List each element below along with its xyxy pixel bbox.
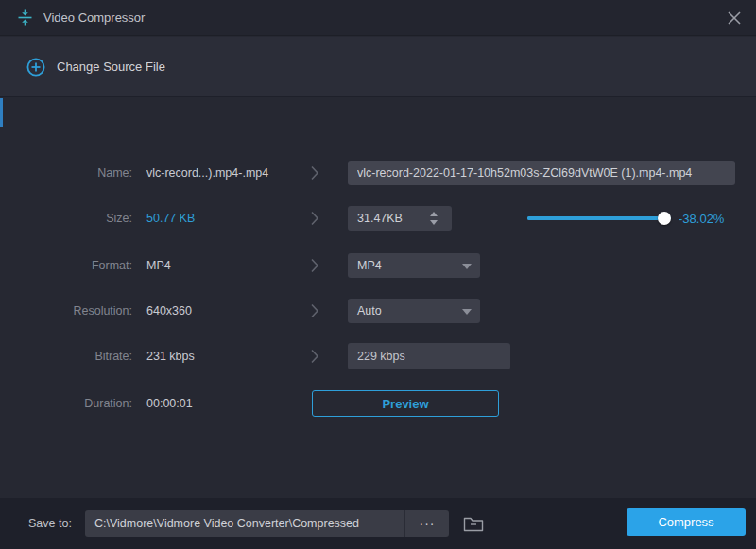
open-folder-button[interactable]: [459, 511, 488, 536]
compress-icon: [17, 9, 33, 26]
size-stepper[interactable]: [423, 206, 444, 231]
size-row: Size: 50.77 KB -38.02%: [0, 197, 756, 240]
bitrate-output-field[interactable]: [348, 343, 510, 369]
format-dropdown[interactable]: MP4: [348, 253, 480, 278]
bitrate-row: Bitrate: 231 kbps: [0, 335, 756, 378]
window-title: Video Compressor: [43, 10, 145, 25]
save-to-label: Save to:: [28, 517, 72, 530]
format-row: Format: MP4 MP4: [0, 244, 756, 287]
chevron-right-icon: [310, 303, 319, 318]
bitrate-label: Bitrate:: [0, 350, 132, 363]
resolution-value: 640x360: [146, 304, 192, 317]
name-value: vlc-record...).mp4-.mp4: [146, 166, 268, 180]
chevron-right-icon: [310, 258, 319, 273]
format-label: Format:: [0, 259, 132, 272]
size-slider[interactable]: [527, 212, 671, 225]
format-dropdown-value: MP4: [357, 259, 382, 272]
title-bar: Video Compressor: [0, 0, 756, 36]
caret-down-icon: [462, 309, 472, 315]
caret-down-icon: [462, 264, 472, 269]
stepper-down-icon[interactable]: [430, 220, 438, 225]
name-row: Name: vlc-record...).mp4-.mp4: [0, 151, 756, 195]
chevron-right-icon: [310, 165, 319, 180]
slider-thumb[interactable]: [658, 212, 671, 225]
name-label: Name:: [0, 166, 132, 180]
preview-button[interactable]: Preview: [312, 390, 499, 417]
slider-fill: [527, 216, 664, 220]
bitrate-value: 231 kbps: [146, 350, 195, 363]
size-value: 50.77 KB: [146, 212, 195, 225]
size-reduction-percent: -38.02%: [679, 212, 724, 226]
video-compressor-dialog: Video Compressor Change Source File Name…: [0, 0, 756, 549]
left-edge-accent: [0, 98, 3, 127]
chevron-right-icon: [310, 349, 319, 364]
footer-bar: Save to: ··· Compress: [0, 498, 756, 549]
change-source-row: Change Source File: [0, 37, 756, 97]
stepper-up-icon[interactable]: [430, 212, 438, 216]
resolution-dropdown[interactable]: Auto: [348, 299, 480, 323]
compress-button[interactable]: Compress: [627, 508, 746, 536]
close-icon[interactable]: [720, 5, 748, 31]
save-path-input[interactable]: [85, 510, 404, 537]
size-label: Size:: [0, 212, 132, 225]
browse-more-button[interactable]: ···: [405, 510, 449, 537]
resolution-label: Resolution:: [0, 304, 132, 317]
change-source-file-button[interactable]: Change Source File: [57, 60, 165, 74]
resolution-dropdown-value: Auto: [357, 304, 382, 317]
save-path-group: ···: [85, 510, 449, 537]
duration-row: Duration: 00:00:01 Preview: [0, 382, 756, 425]
plus-circle-icon[interactable]: [26, 58, 45, 77]
duration-value: 00:00:01: [146, 397, 193, 410]
folder-icon: [462, 514, 485, 533]
resolution-row: Resolution: 640x360 Auto: [0, 289, 756, 333]
format-value: MP4: [146, 259, 171, 272]
name-input[interactable]: [348, 161, 735, 185]
chevron-right-icon: [310, 211, 319, 226]
duration-label: Duration:: [0, 397, 132, 410]
